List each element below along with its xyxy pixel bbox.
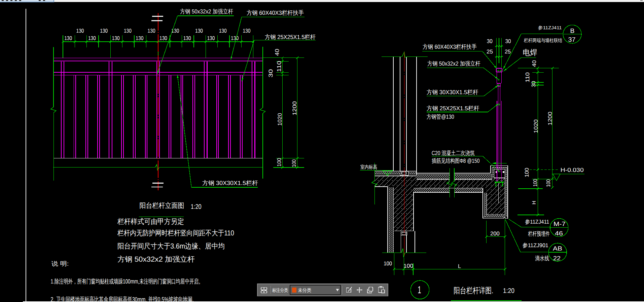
svg-text:栏杆内无防护网时栏杆竖向间距不大于110: 栏杆内无防护网时栏杆竖向间距不大于110 <box>117 229 234 237</box>
svg-text:栏杆预埋件: 栏杆预埋件 <box>528 230 550 237</box>
svg-text:参11ZJ411: 参11ZJ411 <box>525 219 549 225</box>
svg-text:100: 100 <box>277 158 282 166</box>
svg-text:130: 130 <box>195 28 203 34</box>
svg-text:B: B <box>570 28 575 35</box>
svg-text:参11ZJ411: 参11ZJ411 <box>538 25 562 30</box>
svg-text:插筋见结构图Φ8 @150: 插筋见结构图Φ8 @150 <box>432 157 479 164</box>
svg-text:电焊: 电焊 <box>523 48 537 57</box>
svg-text:40: 40 <box>274 49 280 56</box>
svg-text:H-0.030: H-0.030 <box>561 167 584 173</box>
svg-text:130: 130 <box>148 28 155 34</box>
svg-text:130: 130 <box>88 35 96 41</box>
svg-text:130: 130 <box>243 28 250 34</box>
svg-text:130: 130 <box>124 28 132 34</box>
svg-text:40: 40 <box>532 60 537 67</box>
svg-text:H: H <box>531 201 537 204</box>
svg-text:AB: AB <box>553 245 562 252</box>
svg-text:130: 130 <box>219 28 227 34</box>
svg-text:方钢管@130: 方钢管@130 <box>427 113 454 120</box>
svg-text:25: 25 <box>487 49 493 55</box>
svg-text:110: 110 <box>525 72 531 82</box>
svg-text:栏杆两端与墙柱联结: 栏杆两端与墙柱联结 <box>524 38 562 43</box>
svg-text:1:20: 1:20 <box>191 203 202 211</box>
svg-text:方钢 50x32x2 加强立杆: 方钢 50x32x2 加强立杆 <box>427 60 480 67</box>
svg-text:C20 混凝土二次浇筑: C20 混凝土二次浇筑 <box>432 150 475 156</box>
svg-text:标注分类: 标注分类 <box>272 288 288 293</box>
svg-text:M-7: M-7 <box>553 221 566 227</box>
svg-text:1200: 1200 <box>292 101 298 115</box>
svg-text:130: 130 <box>112 35 120 41</box>
svg-text:滴水线: 滴水线 <box>535 255 549 262</box>
svg-text:130: 130 <box>207 35 215 41</box>
svg-text:方钢 25X25X1.5栏杆: 方钢 25X25X1.5栏杆 <box>427 105 479 112</box>
svg-text:方钢 25X25X1.5栏杆: 方钢 25X25X1.5栏杆 <box>265 34 316 40</box>
svg-text:2. 卫生间楼地面标高比其余房间标高低30mm, 并找0.5: 2. 卫生间楼地面标高比其余房间标高低30mm, 并找0.5%坡坡向地漏. <box>51 296 194 302</box>
svg-text:110: 110 <box>276 61 282 72</box>
svg-text:栏杆样式可由甲方另定: 栏杆样式可由甲方另定 <box>117 218 184 226</box>
svg-text:阳台开间尺寸大于3.6m边缘、居中均: 阳台开间尺寸大于3.6m边缘、居中均 <box>117 242 225 250</box>
svg-text:22: 22 <box>553 255 561 262</box>
svg-text:130: 130 <box>183 35 191 41</box>
svg-text:1200: 1200 <box>547 112 553 125</box>
svg-text:方钢 50x32x2 加强立杆: 方钢 50x32x2 加强立杆 <box>180 8 233 15</box>
svg-text:方钢 60X40X3栏杆扶手: 方钢 60X40X3栏杆扶手 <box>423 43 477 50</box>
svg-text:方钢 30X30X1.5栏杆: 方钢 30X30X1.5栏杆 <box>427 89 478 96</box>
svg-text:阳台栏杆立面图: 阳台栏杆立面图 <box>139 202 184 210</box>
svg-text:130: 130 <box>100 28 108 34</box>
svg-text:100: 100 <box>533 179 538 187</box>
svg-text:37: 37 <box>568 36 576 43</box>
svg-text:参11ZJ901: 参11ZJ901 <box>523 242 548 249</box>
svg-text:30: 30 <box>531 81 537 87</box>
svg-text:说 明:: 说 明: <box>51 260 69 267</box>
svg-text:30: 30 <box>487 38 493 44</box>
svg-text:阳台栏杆详图.: 阳台栏杆详图. <box>454 286 493 295</box>
svg-text:1020: 1020 <box>277 113 283 126</box>
svg-text:130: 130 <box>64 35 72 41</box>
svg-text:室内标高: 室内标高 <box>360 164 377 170</box>
svg-text:30: 30 <box>268 69 274 78</box>
svg-text:130: 130 <box>171 28 179 34</box>
svg-text:未分类: 未分类 <box>298 288 311 293</box>
svg-text:200: 200 <box>490 231 500 237</box>
svg-text:1.除注明外，所有门窗均贴柱或墙躁100mm,未注明的门窗洞: 1.除注明外，所有门窗均贴柱或墙躁100mm,未注明的门窗洞口均居中开启。 <box>51 278 203 285</box>
svg-text:130: 130 <box>159 35 167 41</box>
svg-text:100: 100 <box>384 261 392 267</box>
svg-text:130: 130 <box>231 35 239 41</box>
svg-text:1: 1 <box>418 285 421 296</box>
svg-text:100: 100 <box>524 168 530 177</box>
svg-text:100: 100 <box>546 179 551 187</box>
svg-text:25: 25 <box>505 49 511 55</box>
svg-text:100: 100 <box>291 159 297 167</box>
svg-text:方钢 50x32x2 加强立杆: 方钢 50x32x2 加强立杆 <box>117 255 195 263</box>
svg-text:方钢 30X30X1.5栏杆: 方钢 30X30X1.5栏杆 <box>202 180 258 186</box>
svg-text:130: 130 <box>136 35 143 41</box>
svg-text:130: 130 <box>76 28 84 34</box>
svg-text:46: 46 <box>555 230 563 237</box>
svg-text:L: L <box>458 263 461 269</box>
svg-text:方钢 60X40X3栏杆扶手: 方钢 60X40X3栏杆扶手 <box>247 9 304 16</box>
svg-text:30: 30 <box>505 38 511 44</box>
svg-text:1:20: 1:20 <box>503 287 514 295</box>
svg-text:1020: 1020 <box>533 119 539 133</box>
